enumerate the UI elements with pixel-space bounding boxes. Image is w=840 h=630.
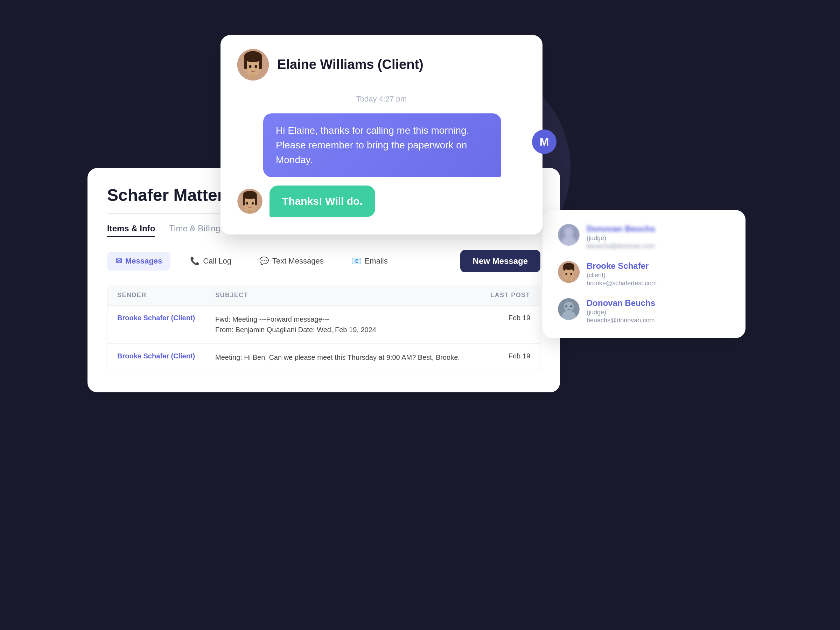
contact-info-2: Brooke Schafer (client) brooke@schaferte… xyxy=(587,261,730,287)
row1-subject: Fwd: Meeting ---Forward message---From: … xyxy=(215,314,467,335)
contact-email-3: beuachs@donovan.com xyxy=(587,317,730,324)
contact-email-1: beuachs@donovan.com xyxy=(587,243,730,250)
messages-icon: ✉ xyxy=(115,257,122,266)
tab-items-info[interactable]: Items & Info xyxy=(107,224,155,237)
messages-button[interactable]: ✉ Messages xyxy=(107,252,171,270)
sender-badge: M xyxy=(532,129,556,154)
svg-point-16 xyxy=(252,202,254,205)
contact-item-3: Donovan Beuchs (judge) beuachs@donovan.c… xyxy=(558,298,730,324)
table-row[interactable]: Brooke Schafer (Client) Meeting: Hi Ben,… xyxy=(107,344,540,371)
comm-toolbar: ✉ Messages 📞 Call Log 💬 Text Messages 📧 … xyxy=(107,250,540,272)
contact-info-1: Donovan Beuchs (judge) beuachs@donovan.c… xyxy=(587,224,730,250)
svg-point-26 xyxy=(570,273,572,275)
svg-point-6 xyxy=(249,65,252,68)
svg-rect-4 xyxy=(244,59,247,69)
svg-point-7 xyxy=(255,65,257,68)
chat-timestamp: Today 4:27 pm xyxy=(237,95,526,104)
scene: M xyxy=(87,35,753,595)
contact-role-2: (client) xyxy=(587,272,730,279)
contact-role-1: (judge) xyxy=(587,235,730,242)
col-sender-header: SENDER xyxy=(117,292,215,299)
contact-name-3[interactable]: Donovan Beuchs xyxy=(587,298,730,308)
messages-table: SENDER SUBJECT LAST POST Brooke Schafer … xyxy=(107,285,540,371)
svg-point-12 xyxy=(243,191,257,199)
phone-icon: 📞 xyxy=(190,257,199,266)
chat-popup: Elaine Williams (Client) Today 4:27 pm H… xyxy=(221,35,543,235)
svg-rect-17 xyxy=(248,210,252,213)
msg-received: Thanks! Will do. xyxy=(270,185,375,217)
svg-point-15 xyxy=(246,202,248,205)
msg-received-avatar xyxy=(237,189,262,214)
table-header: SENDER SUBJECT LAST POST xyxy=(107,285,540,306)
row2-sender[interactable]: Brooke Schafer (Client) xyxy=(117,352,215,360)
email-icon: 📧 xyxy=(352,257,361,266)
svg-rect-27 xyxy=(567,279,571,283)
svg-point-24 xyxy=(563,263,574,270)
row1-sender[interactable]: Brooke Schafer (Client) xyxy=(117,314,215,322)
contact-avatar-1 xyxy=(558,224,579,246)
row1-date: Feb 19 xyxy=(467,314,530,322)
contact-panel: Donovan Beuchs (judge) beuachs@donovan.c… xyxy=(543,210,745,338)
chat-header: Elaine Williams (Client) xyxy=(237,49,526,81)
new-message-button[interactable]: New Message xyxy=(460,250,540,272)
msg-sent: Hi Elaine, thanks for calling me this mo… xyxy=(263,114,501,177)
contact-role-3: (judge) xyxy=(587,309,730,316)
text-messages-button[interactable]: 💬 Text Messages xyxy=(251,252,332,270)
svg-point-31 xyxy=(565,306,567,307)
msg-received-wrap: Thanks! Will do. xyxy=(237,185,526,217)
svg-point-23 xyxy=(564,268,574,281)
svg-point-29 xyxy=(564,302,574,311)
svg-point-32 xyxy=(570,306,572,307)
chat-messages: Hi Elaine, thanks for calling me this mo… xyxy=(237,114,526,217)
contact-name-2[interactable]: Brooke Schafer xyxy=(587,261,730,271)
col-subject-header: SUBJECT xyxy=(215,292,467,299)
svg-rect-5 xyxy=(259,59,262,69)
svg-point-25 xyxy=(565,273,567,275)
tab-time-billing[interactable]: Time & Billing xyxy=(169,224,220,237)
row2-date: Feb 19 xyxy=(467,352,530,360)
svg-point-19 xyxy=(564,227,574,237)
svg-rect-14 xyxy=(255,197,257,205)
row2-subject: Meeting: Hi Ben, Can we please meet this… xyxy=(215,352,467,363)
contact-email-2: brooke@schafertest.com xyxy=(587,279,730,287)
contact-name-1[interactable]: Donovan Beuchs xyxy=(587,224,730,234)
contact-info-3: Donovan Beuchs (judge) beuachs@donovan.c… xyxy=(587,298,730,324)
contact-item-2: Brooke Schafer (client) brooke@schaferte… xyxy=(558,261,730,287)
text-messages-label: Text Messages xyxy=(272,257,324,266)
contact-item-1: Donovan Beuchs (judge) beuachs@donovan.c… xyxy=(558,224,730,250)
chat-client-avatar xyxy=(237,49,269,81)
chat-client-name: Elaine Williams (Client) xyxy=(277,57,423,73)
chat-icon: 💬 xyxy=(259,257,269,266)
call-log-button[interactable]: 📞 Call Log xyxy=(182,252,240,270)
col-date-header: LAST POST xyxy=(467,292,530,299)
contact-avatar-3 xyxy=(558,298,579,320)
contact-avatar-2 xyxy=(558,261,579,283)
svg-rect-13 xyxy=(243,197,245,205)
svg-rect-8 xyxy=(251,74,256,79)
table-row[interactable]: Brooke Schafer (Client) Fwd: Meeting ---… xyxy=(107,306,540,344)
messages-label: Messages xyxy=(125,257,162,266)
call-log-label: Call Log xyxy=(203,257,231,266)
emails-label: Emails xyxy=(365,257,388,266)
emails-button[interactable]: 📧 Emails xyxy=(343,252,396,270)
